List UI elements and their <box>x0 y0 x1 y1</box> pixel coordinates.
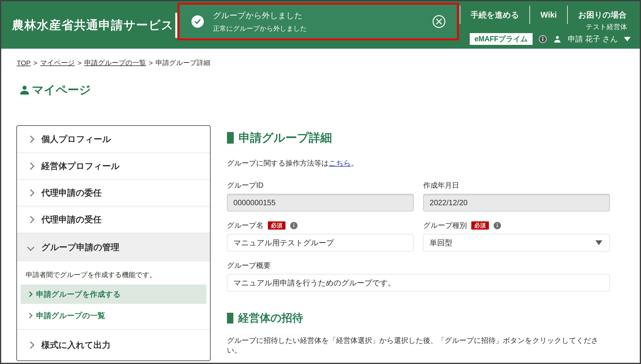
breadcrumb: TOP > マイページ > 申請グループの一覧 > 申請グループ詳細 <box>17 58 640 68</box>
breadcrumb-separator: > <box>149 59 153 67</box>
section-title-group-detail: 申請グループ詳細 <box>227 130 610 146</box>
sidebar-link-group-list[interactable]: 申請グループの一覧 <box>21 307 206 324</box>
toast-title: グループから外しました <box>213 10 432 21</box>
sidebar-item-personal-profile[interactable]: 個人プロフィール <box>17 126 210 152</box>
sidebar-item-label: 様式に入れて出力 <box>41 339 111 351</box>
group-id-input <box>227 194 414 212</box>
info-icon[interactable] <box>539 35 547 43</box>
user-menu[interactable]: 申請 花子 さん <box>568 34 618 44</box>
sidebar-link-label: 申請グループを作成する <box>36 289 121 300</box>
help-text-prefix: グループに関する操作方法等は <box>227 159 329 167</box>
section-marker-icon <box>227 313 233 324</box>
field-label-row: グループID <box>227 180 414 190</box>
sidebar-link-label: 申請グループの一覧 <box>36 310 105 321</box>
breadcrumb-separator: > <box>33 59 37 67</box>
field-label-row: グループ種別 必須 <box>423 220 610 230</box>
field-created-date: 作成年月日 <box>423 180 610 212</box>
created-date-label: 作成年月日 <box>423 180 459 190</box>
nav-item-wiki[interactable]: Wiki <box>529 6 567 24</box>
field-group-type: グループ種別 必須 単回型 <box>423 220 610 252</box>
field-label-row: 作成年月日 <box>423 180 610 190</box>
field-group-summary: グループ概要 <box>227 261 610 292</box>
help-text-suffix: 。 <box>351 159 358 167</box>
field-label-row: グループ名 必須 <box>227 220 414 230</box>
invite-title-label: 経営体の招待 <box>238 311 303 325</box>
toast-text: グループから外しました 正常にグループから外しました <box>213 10 432 33</box>
sidebar-item-label: 代理申請の受任 <box>41 214 102 226</box>
sidebar-item-form-output[interactable]: 様式に入れて出力 <box>17 329 210 360</box>
info-icon[interactable] <box>493 222 501 230</box>
field-group-name: グループ名 必須 <box>227 220 414 252</box>
chevron-right-icon <box>27 313 33 318</box>
group-summary-input[interactable] <box>227 274 610 292</box>
group-type-selected-value: 単回型 <box>430 238 452 248</box>
sidebar-group-description: 申請者間でグループを作成する機能です。 <box>17 262 210 284</box>
help-line: グループに関する操作方法等はこちら。 <box>227 158 610 168</box>
breadcrumb-group-list[interactable]: 申請グループの一覧 <box>84 58 146 68</box>
check-circle-icon <box>191 15 204 28</box>
chevron-down-icon[interactable] <box>624 37 631 41</box>
application-window: 農林水産省共通申請サービス 手続を進める Wiki お困りの場合 テスト経営体 … <box>0 0 641 364</box>
chevron-right-icon <box>27 342 35 349</box>
group-name-label: グループ名 <box>227 220 263 230</box>
breadcrumb-mypage[interactable]: マイページ <box>40 58 75 68</box>
page-title: マイページ <box>19 82 640 98</box>
section-marker-icon <box>227 132 234 144</box>
chevron-down-icon <box>27 244 35 251</box>
sidebar-item-proxy-delegation[interactable]: 代理申請の委任 <box>17 179 210 206</box>
title-divider <box>175 13 177 38</box>
field-label-row: グループ概要 <box>227 261 610 270</box>
required-badge: 必須 <box>471 222 489 230</box>
group-detail-form: グループID 作成年月日 グループ名 必須 <box>227 180 610 292</box>
sidebar-item-label: 経営体プロフィール <box>41 160 120 172</box>
sidebar-item-label: 代理申請の委任 <box>41 187 102 199</box>
site-header: 農林水産省共通申請サービス 手続を進める Wiki お困りの場合 テスト経営体 … <box>1 1 640 49</box>
sidebar-item-proxy-acceptance[interactable]: 代理申請の受任 <box>17 206 210 233</box>
sidebar-item-label: 個人プロフィール <box>41 134 111 145</box>
org-name: テスト経営体 <box>586 22 627 32</box>
invite-description: グループに招待したい経営体を「経営体選択」から選択した後、「グループに招待」ボタ… <box>227 336 610 355</box>
group-type-select[interactable]: 単回型 <box>423 234 610 252</box>
required-badge: 必須 <box>268 222 285 230</box>
sidebar-item-group-management[interactable]: グループ申請の管理 <box>17 233 210 262</box>
nav-item-proceed[interactable]: 手続を進める <box>460 6 530 24</box>
created-date-input <box>423 194 610 212</box>
sidebar-link-create-group[interactable]: 申請グループを作成する <box>21 284 206 304</box>
emaff-prime-badge: eMAFFプライム <box>470 33 533 45</box>
help-link[interactable]: こちら <box>329 159 351 167</box>
chevron-right-icon <box>27 189 35 197</box>
section-title-label: 申請グループ詳細 <box>238 130 332 146</box>
breadcrumb-current: 申請グループ詳細 <box>156 58 210 68</box>
close-icon[interactable] <box>432 14 446 29</box>
breadcrumb-separator: > <box>78 59 82 67</box>
account-row: eMAFFプライム 申請 花子 さん <box>470 33 631 45</box>
sidebar-item-entity-profile[interactable]: 経営体プロフィール <box>17 152 210 179</box>
service-title: 農林水産省共通申請サービス <box>12 17 174 33</box>
group-summary-label: グループ概要 <box>227 261 271 270</box>
group-name-input[interactable] <box>227 234 414 252</box>
info-icon[interactable] <box>290 222 298 230</box>
section-title-invite: 経営体の招待 <box>227 311 610 325</box>
header-nav: 手続を進める Wiki お困りの場合 <box>460 6 637 24</box>
user-icon <box>553 35 562 44</box>
group-type-label: グループ種別 <box>423 220 467 230</box>
content: 個人プロフィール 経営体プロフィール 代理申請の委任 代理申請の受任 グループ申… <box>16 125 640 364</box>
chevron-right-icon <box>27 162 35 170</box>
chevron-right-icon <box>27 136 35 143</box>
group-id-label: グループID <box>227 180 263 190</box>
person-icon <box>19 84 30 96</box>
sidebar-section-label: グループ申請の管理 <box>41 242 119 253</box>
main-panel: 申請グループ詳細 グループに関する操作方法等はこちら。 グループID 作成年月日 <box>227 125 610 364</box>
nav-item-help[interactable]: お困りの場合 <box>567 6 637 24</box>
breadcrumb-top[interactable]: TOP <box>17 59 31 67</box>
chevron-right-icon <box>27 216 35 224</box>
dropdown-arrow-icon <box>595 240 602 245</box>
toast-message: 正常にグループから外しました <box>213 24 432 33</box>
success-toast: グループから外しました 正常にグループから外しました <box>178 3 459 40</box>
page-title-label: マイページ <box>32 82 91 98</box>
sidebar: 個人プロフィール 経営体プロフィール 代理申請の委任 代理申請の受任 グループ申… <box>16 125 211 361</box>
chevron-right-icon <box>27 292 33 297</box>
field-group-id: グループID <box>227 180 414 212</box>
